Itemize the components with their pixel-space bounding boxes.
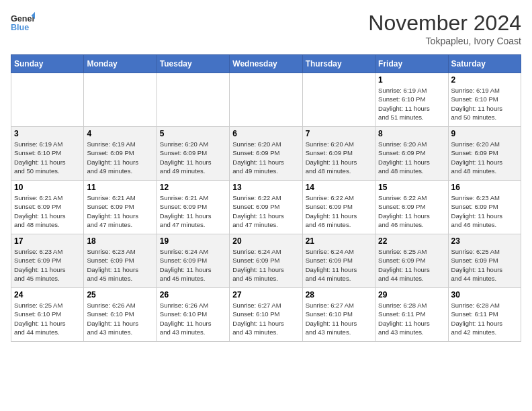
day-cell-20: 20Sunrise: 6:24 AM Sunset: 6:09 PM Dayli… xyxy=(230,234,302,288)
weekday-header-monday: Monday xyxy=(84,55,157,73)
day-info: Sunrise: 6:25 AM Sunset: 6:10 PM Dayligh… xyxy=(14,301,81,336)
svg-text:Blue: Blue xyxy=(11,23,29,32)
day-number: 2 xyxy=(451,75,518,85)
day-info: Sunrise: 6:27 AM Sunset: 6:10 PM Dayligh… xyxy=(306,301,372,336)
day-info: Sunrise: 6:20 AM Sunset: 6:09 PM Dayligh… xyxy=(232,140,299,175)
day-cell-empty-0-1 xyxy=(84,73,157,127)
week-row-4: 17Sunrise: 6:23 AM Sunset: 6:09 PM Dayli… xyxy=(11,234,521,288)
day-cell-21: 21Sunrise: 6:24 AM Sunset: 6:09 PM Dayli… xyxy=(302,234,375,288)
day-number: 12 xyxy=(160,183,226,192)
weekday-header-thursday: Thursday xyxy=(302,55,375,73)
day-info: Sunrise: 6:22 AM Sunset: 6:09 PM Dayligh… xyxy=(306,193,372,229)
day-info: Sunrise: 6:23 AM Sunset: 6:09 PM Dayligh… xyxy=(451,193,518,229)
day-cell-empty-0-0 xyxy=(11,73,84,127)
day-cell-16: 16Sunrise: 6:23 AM Sunset: 6:09 PM Dayli… xyxy=(448,181,521,234)
day-cell-22: 22Sunrise: 6:25 AM Sunset: 6:09 PM Dayli… xyxy=(375,234,448,288)
day-info: Sunrise: 6:25 AM Sunset: 6:09 PM Dayligh… xyxy=(451,247,518,283)
day-info: Sunrise: 6:22 AM Sunset: 6:09 PM Dayligh… xyxy=(232,193,299,229)
day-info: Sunrise: 6:20 AM Sunset: 6:09 PM Dayligh… xyxy=(378,140,445,175)
day-number: 7 xyxy=(306,129,372,138)
title-block: November 2024 Tokpapleu, Ivory Coast xyxy=(368,11,521,46)
day-number: 5 xyxy=(160,129,226,138)
page-header: General Blue November 2024 Tokpapleu, Iv… xyxy=(11,11,521,46)
day-cell-17: 17Sunrise: 6:23 AM Sunset: 6:09 PM Dayli… xyxy=(11,234,84,288)
calendar-header: SundayMondayTuesdayWednesdayThursdayFrid… xyxy=(11,55,521,73)
day-cell-13: 13Sunrise: 6:22 AM Sunset: 6:09 PM Dayli… xyxy=(230,181,302,234)
day-info: Sunrise: 6:22 AM Sunset: 6:09 PM Dayligh… xyxy=(378,193,445,229)
day-number: 8 xyxy=(378,129,445,138)
day-info: Sunrise: 6:20 AM Sunset: 6:09 PM Dayligh… xyxy=(451,140,518,175)
day-number: 17 xyxy=(14,236,81,246)
day-number: 25 xyxy=(87,290,153,300)
week-row-1: 1Sunrise: 6:19 AM Sunset: 6:10 PM Daylig… xyxy=(11,73,521,127)
location: Tokpapleu, Ivory Coast xyxy=(368,36,521,46)
day-number: 15 xyxy=(378,183,445,192)
day-number: 29 xyxy=(378,290,445,300)
day-cell-23: 23Sunrise: 6:25 AM Sunset: 6:09 PM Dayli… xyxy=(448,234,521,288)
day-info: Sunrise: 6:21 AM Sunset: 6:09 PM Dayligh… xyxy=(160,193,226,229)
day-cell-24: 24Sunrise: 6:25 AM Sunset: 6:10 PM Dayli… xyxy=(11,288,84,342)
day-number: 18 xyxy=(87,236,153,246)
day-info: Sunrise: 6:23 AM Sunset: 6:09 PM Dayligh… xyxy=(14,247,81,283)
day-cell-14: 14Sunrise: 6:22 AM Sunset: 6:09 PM Dayli… xyxy=(302,181,375,234)
day-number: 22 xyxy=(378,236,445,246)
day-number: 26 xyxy=(160,290,226,300)
day-number: 3 xyxy=(14,129,81,138)
weekday-header-row: SundayMondayTuesdayWednesdayThursdayFrid… xyxy=(11,55,521,73)
weekday-header-tuesday: Tuesday xyxy=(157,55,229,73)
day-number: 14 xyxy=(306,183,372,192)
day-info: Sunrise: 6:23 AM Sunset: 6:09 PM Dayligh… xyxy=(87,247,153,283)
day-number: 6 xyxy=(232,129,299,138)
weekday-header-sunday: Sunday xyxy=(11,55,84,73)
day-cell-11: 11Sunrise: 6:21 AM Sunset: 6:09 PM Dayli… xyxy=(84,181,157,234)
day-cell-2: 2Sunrise: 6:19 AM Sunset: 6:10 PM Daylig… xyxy=(448,73,521,127)
day-info: Sunrise: 6:19 AM Sunset: 6:10 PM Dayligh… xyxy=(14,140,81,175)
day-number: 21 xyxy=(306,236,372,246)
day-cell-5: 5Sunrise: 6:20 AM Sunset: 6:09 PM Daylig… xyxy=(157,127,229,181)
day-info: Sunrise: 6:24 AM Sunset: 6:09 PM Dayligh… xyxy=(232,247,299,283)
day-info: Sunrise: 6:26 AM Sunset: 6:10 PM Dayligh… xyxy=(87,301,153,336)
day-cell-12: 12Sunrise: 6:21 AM Sunset: 6:09 PM Dayli… xyxy=(157,181,229,234)
day-cell-6: 6Sunrise: 6:20 AM Sunset: 6:09 PM Daylig… xyxy=(230,127,302,181)
day-cell-30: 30Sunrise: 6:28 AM Sunset: 6:11 PM Dayli… xyxy=(448,288,521,342)
day-cell-10: 10Sunrise: 6:21 AM Sunset: 6:09 PM Dayli… xyxy=(11,181,84,234)
day-cell-19: 19Sunrise: 6:24 AM Sunset: 6:09 PM Dayli… xyxy=(157,234,229,288)
day-number: 11 xyxy=(87,183,153,192)
day-number: 20 xyxy=(232,236,299,246)
day-number: 13 xyxy=(232,183,299,192)
day-info: Sunrise: 6:26 AM Sunset: 6:10 PM Dayligh… xyxy=(160,301,226,336)
weekday-header-saturday: Saturday xyxy=(448,55,521,73)
day-info: Sunrise: 6:27 AM Sunset: 6:10 PM Dayligh… xyxy=(232,301,299,336)
day-cell-9: 9Sunrise: 6:20 AM Sunset: 6:09 PM Daylig… xyxy=(448,127,521,181)
day-number: 19 xyxy=(160,236,226,246)
day-number: 23 xyxy=(451,236,518,246)
logo: General Blue xyxy=(11,11,35,35)
day-cell-3: 3Sunrise: 6:19 AM Sunset: 6:10 PM Daylig… xyxy=(11,127,84,181)
day-info: Sunrise: 6:25 AM Sunset: 6:09 PM Dayligh… xyxy=(378,247,445,283)
day-cell-15: 15Sunrise: 6:22 AM Sunset: 6:09 PM Dayli… xyxy=(375,181,448,234)
day-cell-4: 4Sunrise: 6:19 AM Sunset: 6:09 PM Daylig… xyxy=(84,127,157,181)
day-info: Sunrise: 6:24 AM Sunset: 6:09 PM Dayligh… xyxy=(160,247,226,283)
day-info: Sunrise: 6:19 AM Sunset: 6:10 PM Dayligh… xyxy=(451,86,518,122)
day-info: Sunrise: 6:20 AM Sunset: 6:09 PM Dayligh… xyxy=(306,140,372,175)
day-cell-1: 1Sunrise: 6:19 AM Sunset: 6:10 PM Daylig… xyxy=(375,73,448,127)
day-info: Sunrise: 6:20 AM Sunset: 6:09 PM Dayligh… xyxy=(160,140,226,175)
calendar-table: SundayMondayTuesdayWednesdayThursdayFrid… xyxy=(11,54,521,342)
day-cell-empty-0-2 xyxy=(157,73,229,127)
day-cell-28: 28Sunrise: 6:27 AM Sunset: 6:10 PM Dayli… xyxy=(302,288,375,342)
day-info: Sunrise: 6:24 AM Sunset: 6:09 PM Dayligh… xyxy=(306,247,372,283)
day-number: 28 xyxy=(306,290,372,300)
day-number: 27 xyxy=(232,290,299,300)
day-number: 24 xyxy=(14,290,81,300)
weekday-header-wednesday: Wednesday xyxy=(230,55,302,73)
day-info: Sunrise: 6:19 AM Sunset: 6:10 PM Dayligh… xyxy=(378,86,445,122)
day-cell-29: 29Sunrise: 6:28 AM Sunset: 6:11 PM Dayli… xyxy=(375,288,448,342)
day-number: 30 xyxy=(451,290,518,300)
week-row-2: 3Sunrise: 6:19 AM Sunset: 6:10 PM Daylig… xyxy=(11,127,521,181)
day-cell-empty-0-4 xyxy=(302,73,375,127)
week-row-5: 24Sunrise: 6:25 AM Sunset: 6:10 PM Dayli… xyxy=(11,288,521,342)
day-number: 16 xyxy=(451,183,518,192)
month-title: November 2024 xyxy=(368,11,521,36)
day-number: 10 xyxy=(14,183,81,192)
day-cell-empty-0-3 xyxy=(230,73,302,127)
